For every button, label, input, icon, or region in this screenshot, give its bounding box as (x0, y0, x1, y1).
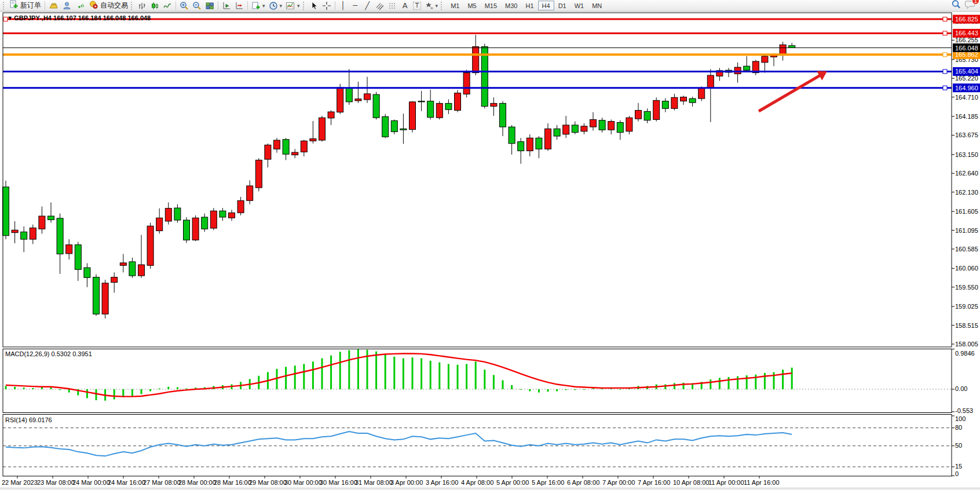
text-tool-button[interactable]: A (399, 1, 411, 11)
candlestick-chart-button[interactable] (148, 1, 161, 11)
candle-body (184, 220, 190, 240)
chat-button[interactable]: 1 (965, 0, 976, 12)
candle-body (57, 218, 63, 254)
tile-windows-button[interactable] (203, 1, 216, 11)
arrows-tool-button[interactable]: ▾ (423, 1, 440, 11)
price-tick-label: 158.515 (955, 322, 978, 329)
crosshair-icon (322, 1, 331, 10)
channel-tool-button[interactable] (374, 1, 386, 11)
new-chart-button[interactable]: ▾ (250, 1, 267, 11)
trendline-tool-button[interactable]: ╱ (361, 1, 374, 11)
toolbar-grip[interactable] (303, 2, 305, 10)
timeframe-h4[interactable]: H4 (538, 1, 554, 10)
timeframe-m30[interactable]: M30 (501, 1, 521, 10)
signal-button[interactable] (74, 1, 87, 11)
timeframe-m15[interactable]: M15 (481, 1, 501, 10)
timeframe-d1[interactable]: D1 (554, 1, 571, 10)
toolbar-grip[interactable] (441, 2, 443, 10)
hline-handle (943, 17, 947, 21)
macd-histogram-bar (475, 361, 477, 389)
chat-badge: 1 (972, 0, 979, 5)
zoom-out-button[interactable] (191, 1, 203, 11)
toolbar-grip[interactable] (3, 2, 5, 10)
candle-body (617, 122, 623, 132)
candle-body (409, 102, 416, 130)
vertical-line-tool-button[interactable]: │ (337, 1, 349, 11)
chart-shift-icon (235, 1, 244, 10)
arrows-icon (425, 1, 434, 10)
toolbar-separator (175, 1, 176, 10)
search-button[interactable] (951, 0, 961, 12)
symbol-marker-icon[interactable]: ▼ (8, 16, 12, 21)
gold-bar-icon (49, 1, 58, 10)
date-label: 4 Apr 08:00 (461, 479, 493, 486)
toolbar-grip[interactable] (131, 2, 133, 10)
macd-histogram-bar (375, 352, 377, 389)
gold-button[interactable] (47, 1, 60, 11)
community-button[interactable] (60, 1, 74, 11)
macd-histogram-bar (141, 389, 142, 394)
macd-histogram-bar (412, 357, 414, 389)
candle-body (310, 138, 316, 141)
macd-histogram-bar (167, 387, 169, 389)
label-tool-icon: T (413, 2, 421, 10)
macd-histogram-bar (50, 387, 52, 389)
candle-body (229, 213, 235, 218)
macd-histogram-bar (303, 364, 305, 389)
timeframe-h1[interactable]: H1 (522, 1, 538, 10)
indicators-button[interactable]: ▾ (284, 1, 302, 11)
auto-trading-button[interactable]: 自动交易 (87, 1, 130, 11)
auto-scroll-icon (222, 1, 231, 10)
macd-histogram-bar (529, 389, 531, 392)
hline-price-label: 165.862 (955, 51, 978, 58)
zoom-in-icon (180, 1, 189, 10)
candle-body (319, 118, 326, 140)
macd-histogram-bar (719, 378, 721, 389)
toolbar-separator (218, 1, 218, 10)
date-label: 27 Mar 08:00 (143, 479, 181, 486)
macd-histogram-bar (457, 365, 459, 389)
candle-body (590, 119, 597, 127)
candle-body (635, 111, 642, 119)
rsi-tick-label: 15 (955, 463, 962, 470)
auto-scroll-button[interactable] (220, 1, 233, 11)
new-order-label: 新订单 (20, 1, 41, 10)
label-tool-button[interactable]: T (411, 1, 423, 11)
dropdown-caret-icon: ▾ (436, 1, 438, 10)
timeframe-mn[interactable]: MN (588, 1, 606, 10)
macd-histogram-bar (321, 359, 323, 389)
macd-histogram-bar (583, 389, 585, 390)
macd-histogram-bar (593, 389, 594, 389)
candle-body (84, 268, 90, 277)
macd-histogram-bar (14, 387, 16, 389)
candle-body (572, 125, 578, 133)
macd-histogram-bar (385, 354, 386, 389)
hline-handle (3, 17, 8, 21)
date-label: 3 Apr 00:00 (390, 479, 423, 486)
line-chart-button[interactable] (161, 1, 174, 11)
candle-body (671, 97, 678, 108)
crosshair-tool-button[interactable] (320, 1, 333, 11)
timeframe-m5[interactable]: M5 (463, 1, 480, 10)
chart-shift-button[interactable] (233, 1, 246, 11)
horizontal-line-tool-button[interactable]: ─ (349, 1, 361, 11)
signal-icon (75, 1, 85, 10)
candle-body (445, 103, 452, 109)
timeframe-w1[interactable]: W1 (571, 1, 588, 10)
periods-button[interactable]: ▾ (267, 1, 284, 11)
hline-price-label: 166.443 (955, 30, 978, 36)
cursor-tool-button[interactable] (308, 1, 320, 11)
candle-body (436, 103, 443, 118)
new-order-button[interactable]: 新订单 (8, 1, 43, 11)
fibonacci-tool-button[interactable] (386, 1, 399, 11)
timeframe-m1[interactable]: M1 (447, 1, 463, 10)
date-label: 7 Apr 00:00 (602, 479, 635, 486)
clock-icon (269, 1, 278, 10)
macd-histogram-bar (32, 388, 34, 389)
price-tick-label: 163.675 (955, 131, 978, 138)
candle-body (129, 262, 136, 276)
chart-canvas[interactable]: 166.765166.255165.730165.220164.710164.1… (0, 0, 980, 490)
macd-histogram-bar (502, 381, 504, 389)
bar-chart-button[interactable] (136, 1, 148, 11)
zoom-in-button[interactable] (178, 1, 191, 11)
